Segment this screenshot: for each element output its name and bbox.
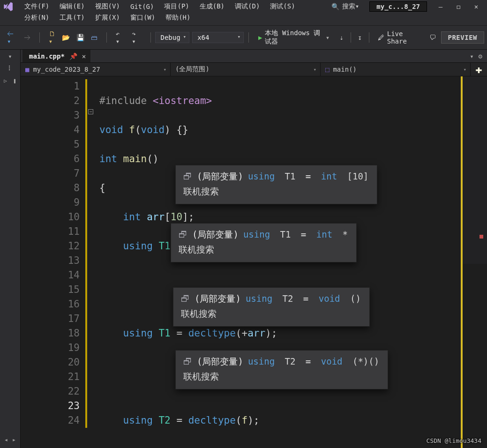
solution-title[interactable]: my_c...8_27 [369, 1, 427, 12]
side-play-icon[interactable]: ▷ ❚ [4, 78, 16, 84]
quickinfo-search-link[interactable]: 联机搜索 [183, 369, 379, 383]
open-icon[interactable]: 📂 [60, 32, 72, 43]
redo-icon[interactable]: ↷ ▾ [129, 29, 143, 46]
quickinfo-search-link[interactable]: 联机搜索 [179, 242, 348, 256]
tabs-gear-icon[interactable]: ⚙ [479, 52, 482, 60]
step-icon[interactable]: ↧ [355, 32, 364, 43]
file-tab-bar: main.cpp* 📌 ✕ ▾ ⚙ [21, 50, 487, 62]
close-tab-icon[interactable]: ✕ [82, 52, 86, 60]
app-logo [3, 1, 14, 12]
side-pager[interactable]: ◂ ▸ [4, 436, 16, 443]
quickinfo-t3: 🗗(局部变量) using T2 = void () 联机搜索 [173, 287, 370, 327]
watermark: CSDN @limou3434 [427, 437, 481, 444]
save-icon[interactable]: 💾 [74, 32, 87, 43]
tabs-dropdown-icon[interactable]: ▾ [470, 52, 473, 60]
config-combo[interactable]: Debug [155, 32, 189, 43]
menu-tools[interactable]: 工具(T) [55, 12, 89, 23]
play-icon: ▶ [258, 34, 262, 41]
menu-test[interactable]: 测试(S) [265, 1, 300, 12]
nav-scope[interactable]: (全局范围) [171, 63, 321, 76]
pin-icon[interactable]: 📌 [69, 52, 77, 60]
menu-debug[interactable]: 调试(D) [230, 1, 264, 12]
quickinfo-icon: 🗗 [183, 354, 192, 368]
nav-split-button[interactable]: ✚ [470, 63, 487, 76]
quickinfo-t2: 🗗(局部变量) using T1 = int * 联机搜索 [171, 223, 357, 262]
quickinfo-icon: 🗗 [183, 169, 192, 183]
line-number-gutter: 123456789101112131415161718192021222324 [21, 76, 85, 448]
menubar-row-2: 分析(N) 工具(T) 扩展(X) 窗口(W) 帮助(H) [0, 12, 487, 25]
menubar-row-1: 文件(F) 编辑(E) 视图(V) Git(G) 项目(P) 生成(B) 调试(… [0, 0, 487, 12]
quickinfo-icon: 🗗 [181, 291, 190, 306]
preview-button[interactable]: PREVIEW [441, 31, 485, 44]
fold-gutter: − [87, 76, 96, 448]
minimap-error-marker [480, 235, 483, 239]
member-icon: ⬚ [325, 66, 329, 73]
menu-file[interactable]: 文件(F) [20, 1, 54, 12]
main-toolbar: 🡠 ▾ 🡢 🗋▾ 📂 💾 🗃 ↶ ▾ ↷ ▾ Debug x64 ▶ 本地 Wi… [0, 25, 487, 50]
new-item-icon[interactable]: 🗋▾ [46, 29, 58, 46]
menu-build[interactable]: 生成(B) [195, 1, 229, 12]
window-close[interactable]: ✕ [468, 1, 484, 12]
side-dropdown-icon[interactable] [8, 52, 12, 60]
menu-help[interactable]: 帮助(H) [161, 12, 195, 23]
nav-back[interactable]: 🡠 ▾ [5, 29, 20, 46]
quick-search[interactable]: 🔍 搜索▾ [327, 1, 364, 12]
file-tab-main-cpp[interactable]: main.cpp* 📌 ✕ [22, 50, 90, 62]
window-minimize[interactable]: — [433, 1, 449, 12]
nav-project[interactable]: ▦ my_code_2023_8_27 [21, 63, 171, 76]
navigation-bar: ▦ my_code_2023_8_27 (全局范围) ⬚ main() ✚ [21, 62, 487, 76]
save-all-icon[interactable]: 🗃 [89, 32, 100, 43]
file-tab-label: main.cpp* [29, 52, 65, 60]
quickinfo-search-link[interactable]: 联机搜索 [183, 184, 368, 198]
nav-forward[interactable]: 🡢 [22, 32, 33, 43]
quickinfo-t1: 🗗(局部变量) using T1 = int [10] 联机搜索 [175, 165, 377, 204]
platform-combo[interactable]: x64 [192, 32, 244, 43]
menu-window[interactable]: 窗口(W) [126, 12, 160, 23]
menu-extensions[interactable]: 扩展(X) [90, 12, 125, 23]
start-debug-button[interactable]: ▶ 本地 Windows 调试器 ▾ [254, 28, 334, 47]
nav-project-label: my_code_2023_8_27 [33, 66, 100, 73]
quickinfo-icon: 🗗 [179, 227, 187, 241]
undo-icon[interactable]: ↶ ▾ [113, 29, 127, 46]
nav-scope-label: (全局范围) [175, 65, 210, 74]
fold-toggle[interactable]: − [88, 109, 93, 114]
search-placeholder: 搜索▾ [342, 2, 359, 11]
document-well: ⠇ ▷ ❚ ◂ ▸ main.cpp* 📌 ✕ ▾ ⚙ ▦ my_code_20… [0, 50, 487, 448]
menu-project[interactable]: 项目(P) [159, 1, 194, 12]
feedback-icon[interactable]: 🗩 [427, 32, 438, 43]
search-icon: 🔍 [331, 3, 339, 10]
live-share-button[interactable]: 🖉 Live Share [374, 30, 424, 45]
project-icon: ▦ [25, 66, 29, 73]
quickinfo-t4: 🗗(局部变量) using T2 = void (*)() 联机搜索 [175, 350, 388, 389]
editor-minimap[interactable] [461, 76, 487, 448]
side-dots-icon[interactable]: ⠇ [8, 65, 13, 72]
live-share-label: Live Share [387, 30, 420, 45]
menu-analyze[interactable]: 分析(N) [20, 12, 54, 23]
menu-view[interactable]: 视图(V) [90, 1, 125, 12]
live-share-icon: 🖉 [378, 34, 384, 41]
menu-git[interactable]: Git(G) [126, 1, 159, 12]
side-toolwindow-strip: ⠇ ▷ ❚ ◂ ▸ [0, 50, 21, 448]
window-restore[interactable]: ◻ [450, 1, 466, 12]
minimap-viewport[interactable] [463, 76, 487, 264]
nav-member-label: main() [333, 66, 357, 73]
code-content[interactable]: #include <iostream> void f(void) {} int … [96, 76, 461, 448]
quickinfo-search-link[interactable]: 联机搜索 [181, 306, 361, 321]
debug-target-icon[interactable]: ⇣ [337, 32, 345, 43]
start-debug-label: 本地 Windows 调试器 [265, 29, 322, 46]
nav-member[interactable]: ⬚ main() [321, 63, 470, 76]
code-editor[interactable]: 123456789101112131415161718192021222324 … [21, 76, 461, 448]
menu-edit[interactable]: 编辑(E) [55, 1, 89, 12]
